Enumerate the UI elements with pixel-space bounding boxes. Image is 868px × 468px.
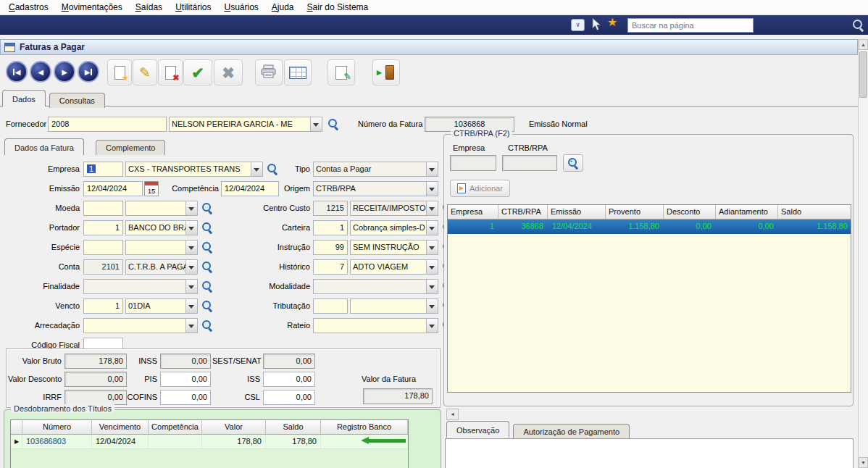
column-header[interactable]: Vencimento [92,420,149,435]
exit-button[interactable]: ▸ [372,59,400,85]
scroll-thumb[interactable] [859,51,867,98]
portador-lookup-icon[interactable] [201,222,214,234]
iss-field[interactable]: 0,00 [263,372,315,387]
ctrb-selected-row[interactable]: 1 36868 12/04/2024 1.158,80 0,00 0,00 1.… [448,220,851,234]
table-row[interactable]: ▶ 103686803 12/04/2024 178,80 178,80 [11,435,408,449]
historico-combo[interactable]: ADTO VIAGEM [350,259,438,275]
dropdown-arrow-icon[interactable] [426,221,438,235]
portador-combo[interactable]: BANCO DO BRASIL [125,220,198,235]
dropdown-arrow-icon[interactable] [185,280,197,293]
tab-consultas[interactable]: Consultas [49,93,105,108]
pis-field[interactable]: 0,00 [160,372,211,387]
column-header[interactable]: Número [22,420,92,435]
dropdown-arrow-icon[interactable] [426,162,438,176]
dropdown-arrow-icon[interactable] [185,319,197,333]
menu-item-utilitarios[interactable]: Utilitários [169,0,217,14]
column-header[interactable]: Competência [149,420,202,435]
vencto-code-input[interactable]: 1 [83,298,123,314]
tab-dados[interactable]: Dados [2,90,46,106]
delete-button[interactable]: ✖ [158,59,183,85]
instrucao-combo[interactable]: SEM INSTRUÇÃO [350,240,438,255]
print-button[interactable] [255,59,283,85]
column-header[interactable]: CTRB/RPA [498,205,548,220]
arrecadacao-lookup-icon[interactable] [201,319,214,332]
menu-item-cadastros[interactable]: Cadastros [2,0,55,14]
portador-code-input[interactable]: 1 [83,220,123,235]
dropdown-arrow-icon[interactable] [185,299,197,313]
centro-custo-combo[interactable]: RECEITA/IMPOSTOS [350,201,438,216]
dropdown-arrow-icon[interactable] [426,299,438,313]
dropdown-arrow-icon[interactable] [185,201,197,215]
calendar-button[interactable]: 15 [144,181,159,196]
edit-form-button[interactable]: ✎ [327,59,355,85]
nav-next-button[interactable]: ▶ [54,61,75,83]
scroll-down-button[interactable]: ▼ [859,457,868,468]
dropdown-arrow-icon[interactable] [426,280,438,293]
vertical-scrollbar[interactable]: ▲ ▼ [858,39,868,468]
carteira-combo[interactable]: Cobrança simples-D [350,220,438,235]
cofins-field[interactable]: 0,00 [160,390,211,405]
ctrb-rpa-field[interactable] [502,155,557,171]
tab-autorizacao-de-pagamento[interactable]: Autorização de Pagamento [513,424,630,439]
nav-prev-button[interactable]: ◀ [30,61,51,83]
column-header[interactable]: Empresa [448,205,498,220]
dropdown-arrow-icon[interactable] [426,241,438,254]
conta-code-input[interactable]: 2101 [83,259,123,275]
arrecadacao-combo[interactable] [83,318,198,333]
column-header[interactable]: Saldo [778,205,851,220]
finalidade-lookup-icon[interactable] [201,280,214,293]
especie-lookup-icon[interactable] [201,241,214,254]
vencto-combo[interactable]: 01DIA [125,298,198,314]
expand-button[interactable]: ∨ [571,19,585,31]
nav-first-button[interactable]: ◀ [6,61,28,83]
menu-item-ajuda[interactable]: Ajuda [265,0,301,14]
dropdown-arrow-icon[interactable] [426,182,438,196]
cancel-button[interactable]: ✖ [214,59,243,85]
column-header[interactable]: Emissão [548,205,606,220]
csl-field[interactable]: 0,00 [263,390,315,405]
confirm-button[interactable]: ✔ [183,59,212,85]
dropdown-arrow-icon[interactable] [185,221,197,235]
dropdown-arrow-icon[interactable] [426,260,438,274]
column-header[interactable]: Registro Banco [321,420,408,435]
origem-combo[interactable]: CTRB/RPA [313,181,438,196]
conta-lookup-icon[interactable] [201,261,214,273]
menu-item-sair-do-sistema[interactable]: Sair do Sistema [301,0,375,14]
pointer-icon[interactable] [590,17,603,32]
tributacao-code-input[interactable] [313,298,348,314]
menu-item-usuarios[interactable]: Usuários [217,0,264,14]
competencia-date-input[interactable]: 12/04/2024 [221,181,279,196]
h-scroll-left-button[interactable]: ◂ [446,409,459,420]
ctrb-empresa-field[interactable] [450,155,496,171]
tab-complemento[interactable]: Complemento [96,140,165,155]
window-titlebar[interactable]: Faturas a Pagar [0,39,858,55]
column-header[interactable]: Provento [606,205,664,220]
edit-button[interactable]: ✎ [133,59,157,85]
moeda-code-input[interactable] [83,201,123,216]
observacao-textarea[interactable] [445,438,854,468]
column-header[interactable]: Adiantamento [716,205,778,220]
menu-item-movimentacoes[interactable]: Movimentações [55,0,129,14]
emissao-date-input[interactable]: 12/04/2024 [83,181,143,196]
vencto-lookup-icon[interactable] [201,300,214,312]
carteira-code-input[interactable]: 1 [313,220,348,235]
dropdown-arrow-icon[interactable] [426,319,438,333]
fornecedor-code-input[interactable]: 2008 [48,117,167,132]
modalidade-combo[interactable] [313,279,438,294]
centro-custo-code-input[interactable]: 1215 [313,201,348,216]
especie-code-input[interactable] [83,240,123,255]
historico-code-input[interactable]: 7 [313,259,348,275]
new-record-button[interactable]: ★ [107,59,132,85]
scroll-up-button[interactable]: ▲ [859,39,868,50]
nav-last-button[interactable]: ▶ [78,61,99,83]
column-header[interactable]: Valor [202,420,266,435]
zoom-button[interactable]: + [563,154,583,172]
column-header[interactable]: Desconto [664,205,716,220]
empresa-code-input[interactable]: 1 [83,162,123,177]
instrucao-code-input[interactable]: 99 [313,240,348,255]
tab-dados-da-fatura[interactable]: Dados da Fatura [4,138,84,155]
adicionar-button[interactable]: Adicionar [450,180,510,197]
grid-view-button[interactable] [284,59,312,85]
tab-observacao[interactable]: Observação [446,421,509,438]
tipo-combo[interactable]: Contas a Pagar [313,162,438,177]
